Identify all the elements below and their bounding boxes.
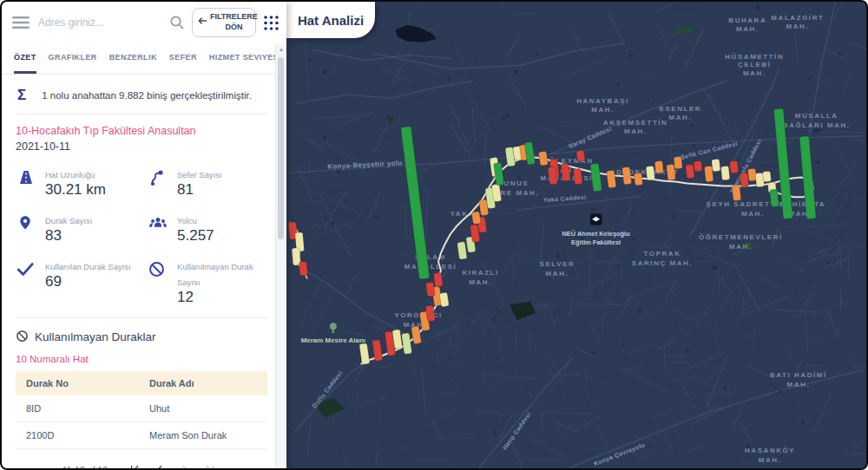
route-stop-bar[interactable] — [730, 160, 739, 173]
boarding-summary-text: 1 nolu anahattan 9.882 biniş gerçekleşti… — [42, 88, 252, 101]
tab-sefer[interactable]: SEFER — [169, 43, 197, 74]
sigma-icon: Σ — [17, 88, 26, 104]
last-page-icon[interactable] — [200, 460, 220, 470]
svg-text:MALAZGİRT: MALAZGİRT — [771, 14, 824, 22]
stat-value: 30.21 km — [45, 181, 106, 198]
divider — [16, 317, 267, 318]
stat-stop-count: Durak Sayısı 83 — [16, 212, 148, 245]
route-stop-bar[interactable] — [634, 173, 643, 186]
route-stop-bar[interactable] — [425, 282, 435, 297]
svg-text:AKŞEMSETTİN: AKŞEMSETTİN — [603, 119, 667, 127]
svg-text:SELVER: SELVER — [540, 260, 575, 268]
first-page-icon[interactable] — [124, 460, 145, 470]
svg-text:Eğitim Fakültesi: Eğitim Fakültesi — [571, 238, 621, 246]
scrollbar-thumb[interactable] — [278, 57, 284, 239]
stat-label: Sefer Sayısı — [177, 170, 222, 180]
prev-page-icon[interactable] — [149, 460, 170, 470]
svg-text:ÇELEBİ: ÇELEBİ — [738, 61, 772, 69]
scroll-up-icon[interactable]: ▲ — [276, 43, 286, 52]
route-stop-bar[interactable] — [674, 156, 682, 169]
unused-stops-title: Kullanılmayan Duraklar — [35, 330, 156, 343]
stat-label: Durak Sayısı — [45, 216, 92, 225]
route-stop-bar[interactable] — [299, 261, 307, 276]
app-window: Konya-Beyşehir yoluSaray CaddesiŞefik Ca… — [0, 0, 868, 470]
stat-value: 12 — [177, 289, 194, 305]
route-title: 10-Hocafakıh Tıp Fakültesi Anasultan — [16, 125, 267, 137]
summary-panel: Σ 1 nolu anahattan 9.882 biniş gerçekleş… — [2, 75, 286, 470]
svg-text:BAĞLARI MAH.: BAĞLARI MAH. — [783, 121, 851, 129]
tab-grafikler[interactable]: GRAFIKLER — [49, 43, 97, 74]
unused-stops-table: Durak No Durak Adı 8ID Uhut 2100D Meram … — [16, 371, 267, 449]
tab-ozet[interactable]: ÖZET — [14, 43, 36, 74]
svg-text:MAH.: MAH. — [546, 270, 569, 277]
route-stop-bar[interactable] — [732, 185, 741, 201]
apps-grid-icon[interactable] — [263, 15, 279, 31]
svg-text:MAH.: MAH. — [469, 278, 492, 286]
search-input[interactable] — [36, 16, 162, 29]
svg-text:BUHARA: BUHARA — [728, 16, 766, 24]
back-arrow-icon — [197, 16, 207, 29]
svg-text:MAH.: MAH. — [741, 210, 765, 218]
svg-text:MAH.: MAH. — [786, 23, 810, 30]
svg-text:KIRAZLI: KIRAZLI — [462, 269, 498, 277]
route-stop-bar[interactable] — [667, 164, 676, 180]
table-header: Durak No Durak Adı — [16, 371, 267, 395]
col-durak-no: Durak No — [16, 371, 139, 395]
route-stop-bar[interactable] — [538, 151, 548, 166]
next-page-icon[interactable] — [174, 460, 195, 470]
svg-text:Meram Mesire Alanı: Meram Mesire Alanı — [301, 336, 365, 344]
route-stop-bar[interactable] — [686, 164, 695, 179]
svg-text:HANAYBAŞI: HANAYBAŞI — [576, 97, 629, 105]
stat-value: 81 — [177, 181, 194, 198]
boarding-summary: Σ 1 nolu anahattan 9.882 biniş gerçekleş… — [16, 75, 267, 114]
table-row[interactable]: 8ID Uhut — [16, 395, 267, 422]
route-stop-bar[interactable] — [576, 150, 585, 161]
svg-text:HASANKÖY: HASANKÖY — [745, 447, 795, 454]
pin-icon — [16, 212, 38, 245]
svg-text:ÖĞRETMENEVLERİ: ÖĞRETMENEVLERİ — [699, 233, 783, 241]
svg-text:MAHALLESİ: MAHALLESİ — [404, 263, 457, 271]
divider — [16, 114, 267, 114]
tab-bar: ÖZET GRAFIKLER BENZERLIK SEFER HIZMET SE… — [2, 43, 286, 75]
tab-benzerlik[interactable]: BENZERLIK — [109, 43, 157, 74]
unused-stops-header: Kullanılmayan Duraklar — [16, 330, 267, 345]
svg-text:MAH.: MAH. — [743, 69, 766, 77]
route-stop-bar[interactable] — [694, 160, 702, 172]
route-date: 2021-10-11 — [16, 140, 267, 153]
route-stop-bar[interactable] — [720, 166, 730, 180]
stat-used-stops: Kullanılan Durak Sayısı 69 — [16, 258, 148, 306]
route-stop-bar[interactable] — [646, 166, 655, 180]
route-stop-bar[interactable] — [740, 173, 749, 187]
svg-text:MAH.: MAH. — [736, 25, 760, 33]
search-icon[interactable] — [169, 15, 185, 30]
stat-label: Yolcu — [177, 216, 197, 225]
sidebar-scrollbar[interactable]: ▲ — [275, 43, 286, 468]
menu-icon[interactable] — [12, 16, 30, 29]
table-pagination: 11-12 of 12 — [16, 449, 267, 470]
tab-hizmet-seviyesi[interactable]: HIZMET SEVIYESI — [209, 43, 281, 74]
ban-icon — [16, 330, 29, 345]
university-icon — [590, 213, 602, 225]
route-stop-bar[interactable] — [439, 292, 449, 307]
route-stop-bar[interactable] — [654, 160, 663, 173]
svg-text:MAH.: MAH. — [787, 381, 811, 388]
page-title-label: Hat Analizi — [298, 13, 364, 28]
filters-back-button[interactable]: FILTRELERE DÖN — [192, 8, 256, 36]
stat-label: Hat Uzunluğu — [45, 170, 95, 180]
svg-text:SARINÇ MAH.: SARINÇ MAH. — [632, 259, 693, 267]
stat-line-length: Hat Uzunluğu 30.21 km — [16, 166, 148, 199]
route-stop-bar[interactable] — [712, 159, 720, 172]
route-stop-bar[interactable] — [770, 189, 779, 207]
passengers-icon — [148, 212, 170, 245]
stat-label: Kullanılmayan Durak Sayısı — [177, 262, 253, 287]
route-stop-bar[interactable] — [762, 171, 771, 182]
page-title: Hat Analizi — [286, 2, 375, 38]
route-stop-bar[interactable] — [573, 168, 582, 185]
svg-text:MAH.: MAH. — [624, 127, 648, 135]
route-stop-bar[interactable] — [433, 272, 443, 287]
route-stop-bar[interactable] — [471, 212, 481, 225]
table-row[interactable]: 2100D Meram Son Durak — [16, 422, 267, 449]
stat-value: 5.257 — [177, 227, 214, 244]
svg-text:HÜSAMETTİN: HÜSAMETTİN — [725, 53, 784, 61]
svg-text:BATI HADİMİ: BATI HADİMİ — [770, 371, 827, 379]
